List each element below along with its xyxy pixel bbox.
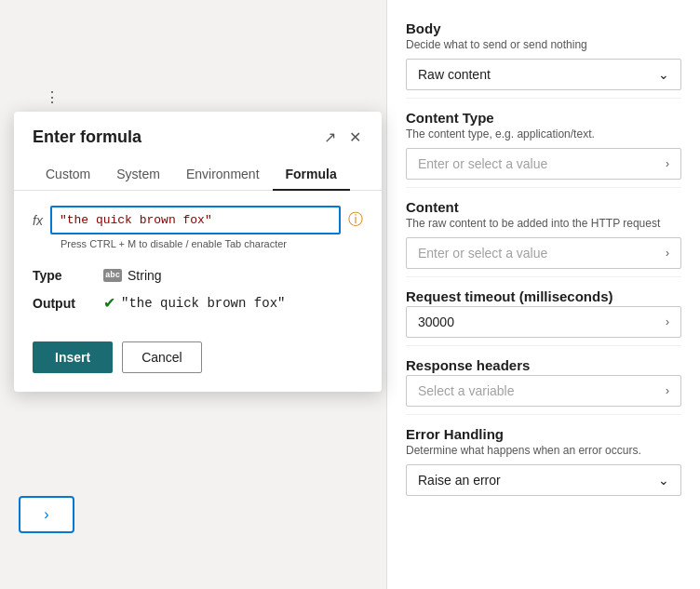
- insert-button[interactable]: Insert: [33, 341, 113, 373]
- content-type-subtitle: The content type, e.g. application/text.: [406, 127, 681, 141]
- formula-input[interactable]: [50, 206, 341, 234]
- timeout-chevron-right-icon: ›: [666, 315, 669, 328]
- divider-1: [406, 98, 681, 99]
- formula-hint: Press CTRL + M to disable / enable Tab c…: [33, 238, 363, 249]
- type-value: abc String: [103, 268, 162, 283]
- error-handling-title: Error Handling: [406, 426, 681, 442]
- info-icon: ⓘ: [348, 210, 363, 230]
- fx-label: fx: [33, 213, 43, 228]
- type-text: String: [128, 268, 162, 283]
- error-handling-value: Raise an error: [418, 473, 501, 488]
- body-dropdown-value: Raw content: [418, 67, 491, 82]
- type-label: Type: [33, 268, 88, 283]
- content-type-placeholder: Enter or select a value: [418, 156, 547, 171]
- tab-system[interactable]: System: [103, 159, 173, 191]
- modal-header-actions: ↗ ✕: [322, 127, 363, 148]
- response-headers-input[interactable]: Select a variable ›: [406, 375, 681, 407]
- body-subtitle: Decide what to send or send nothing: [406, 38, 681, 51]
- close-button[interactable]: ✕: [347, 127, 363, 148]
- divider-5: [406, 414, 681, 415]
- body-dropdown[interactable]: Raw content ⌄: [406, 59, 681, 90]
- output-row: Output ✔ "the quick brown fox": [33, 294, 363, 312]
- formula-tabs: Custom System Environment Formula: [14, 159, 382, 191]
- divider-3: [406, 276, 681, 277]
- output-label: Output: [33, 296, 88, 311]
- content-type-chevron-right-icon: ›: [666, 157, 669, 170]
- timeout-title: Request timeout (milliseconds): [406, 288, 681, 304]
- expand-button[interactable]: ↗: [322, 127, 338, 148]
- left-panel: ⋮ › Enter formula ↗ ✕ Custom System Envi…: [0, 0, 386, 589]
- content-chevron-right-icon: ›: [666, 247, 669, 260]
- error-handling-dropdown[interactable]: Raise an error ⌄: [406, 464, 681, 496]
- response-headers-section: Response headers Select a variable ›: [406, 357, 681, 407]
- content-title: Content: [406, 199, 681, 215]
- content-type-section: Content Type The content type, e.g. appl…: [406, 110, 681, 180]
- output-value: ✔ "the quick brown fox": [103, 294, 285, 312]
- error-handling-chevron-down-icon: ⌄: [658, 473, 669, 488]
- response-headers-title: Response headers: [406, 357, 681, 373]
- error-handling-section: Error Handling Determine what happens wh…: [406, 426, 681, 496]
- divider-4: [406, 345, 681, 346]
- string-type-icon: abc: [103, 269, 122, 282]
- error-handling-subtitle: Determine what happens when an error occ…: [406, 444, 681, 457]
- formula-details: Type abc String Output ✔ "the quick brow…: [14, 253, 382, 330]
- body-chevron-down-icon: ⌄: [658, 67, 669, 82]
- response-headers-chevron-right-icon: ›: [666, 384, 669, 397]
- formula-area: fx ⓘ Press CTRL + M to disable / enable …: [14, 191, 382, 253]
- check-icon: ✔: [103, 294, 115, 312]
- content-type-input[interactable]: Enter or select a value ›: [406, 148, 681, 180]
- content-placeholder: Enter or select a value: [418, 246, 547, 261]
- modal-title: Enter formula: [33, 127, 141, 147]
- tab-formula[interactable]: Formula: [273, 159, 350, 191]
- content-input[interactable]: Enter or select a value ›: [406, 237, 681, 269]
- right-panel: Body Decide what to send or send nothing…: [386, 0, 700, 589]
- enter-formula-dialog: Enter formula ↗ ✕ Custom System Environm…: [14, 112, 382, 392]
- modal-header: Enter formula ↗ ✕: [14, 112, 382, 159]
- request-timeout-section: Request timeout (milliseconds) 30000 ›: [406, 288, 681, 338]
- expand-icon: ↗: [324, 128, 336, 146]
- timeout-input[interactable]: 30000 ›: [406, 306, 681, 338]
- tab-custom[interactable]: Custom: [33, 159, 103, 191]
- output-text: "the quick brown fox": [121, 296, 285, 311]
- divider-2: [406, 187, 681, 188]
- canvas-next-button[interactable]: ›: [19, 496, 74, 533]
- arrow-right-icon: ›: [44, 506, 48, 523]
- tab-environment[interactable]: Environment: [173, 159, 273, 191]
- content-subtitle: The raw content to be added into the HTT…: [406, 217, 681, 230]
- content-type-title: Content Type: [406, 110, 681, 126]
- response-headers-placeholder: Select a variable: [418, 383, 515, 398]
- body-section: Body Decide what to send or send nothing…: [406, 20, 681, 90]
- cancel-button[interactable]: Cancel: [122, 341, 202, 373]
- body-title: Body: [406, 20, 681, 36]
- close-icon: ✕: [349, 128, 361, 146]
- content-section: Content The raw content to be added into…: [406, 199, 681, 269]
- timeout-value: 30000: [418, 315, 454, 329]
- formula-input-row: fx ⓘ: [33, 206, 363, 234]
- modal-footer: Insert Cancel: [14, 330, 382, 373]
- canvas-dots: ⋮: [45, 88, 61, 106]
- type-row: Type abc String: [33, 268, 363, 283]
